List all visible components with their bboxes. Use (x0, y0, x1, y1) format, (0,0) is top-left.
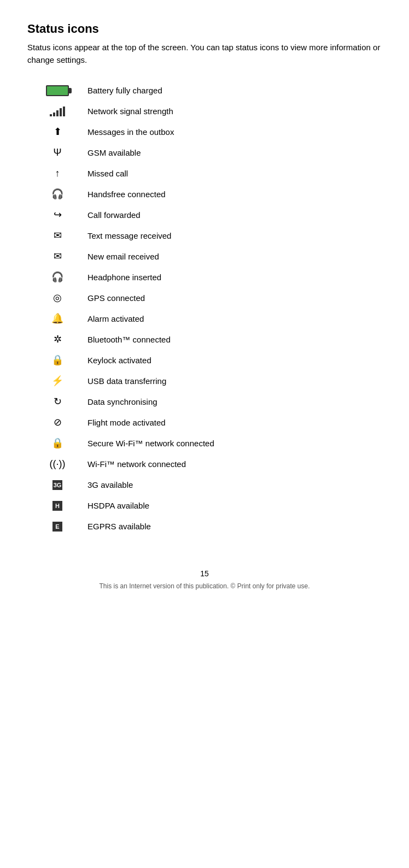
hsdpa-icon: H (52, 501, 62, 511)
page-title: Status icons (27, 22, 382, 36)
label-hsdpa: HSDPA available (87, 495, 382, 516)
icon-cell-alarm: 🔔 (27, 308, 87, 329)
label-handsfree: Handsfree connected (87, 184, 382, 204)
table-row: Battery fully charged (27, 80, 382, 101)
missed-call-icon: ↑ (55, 168, 60, 179)
table-row: ⊘Flight mode activated (27, 412, 382, 433)
flight-icon: ⊘ (54, 416, 62, 428)
label-sync: Data synchronising (87, 391, 382, 412)
outbox-icon: ⬆ (54, 126, 62, 138)
label-keylock: Keylock activated (87, 350, 382, 370)
table-row: ⬆Messages in the outbox (27, 121, 382, 142)
table-row: 3G3G available (27, 474, 382, 495)
table-row: 🔔Alarm activated (27, 308, 382, 329)
label-call-forward: Call forwarded (87, 204, 382, 225)
call-forward-icon: ↪ (54, 209, 62, 221)
table-row: ΨGSM available (27, 142, 382, 163)
label-wifi-secure: Secure Wi-Fi™ network connected (87, 433, 382, 453)
table-row: 🔒Keylock activated (27, 350, 382, 370)
icon-cell-hsdpa: H (27, 495, 87, 516)
table-row: ✉Text message received (27, 225, 382, 246)
page-footer: 15 This is an Internet version of this p… (27, 569, 382, 590)
gsm-icon: Ψ (53, 147, 61, 158)
icon-cell-gsm: Ψ (27, 142, 87, 163)
status-icons-table: Battery fully chargedNetwork signal stre… (27, 80, 382, 536)
label-signal: Network signal strength (87, 101, 382, 121)
table-row: ↻Data synchronising (27, 391, 382, 412)
icon-cell-keylock: 🔒 (27, 350, 87, 370)
table-row: EEGPRS available (27, 516, 382, 536)
label-gps: GPS connected (87, 287, 382, 308)
wifi-secure-icon: 🔒 (51, 437, 63, 449)
icon-cell-3g: 3G (27, 474, 87, 495)
table-row: ◎GPS connected (27, 287, 382, 308)
label-headphone: Headphone inserted (87, 267, 382, 287)
label-3g: 3G available (87, 474, 382, 495)
icon-cell-battery (27, 80, 87, 101)
table-row: ⚡USB data transferring (27, 370, 382, 391)
text-message-icon: ✉ (54, 229, 62, 241)
icon-cell-handsfree: 🎧 (27, 184, 87, 204)
label-text-message: Text message received (87, 225, 382, 246)
label-alarm: Alarm activated (87, 308, 382, 329)
icon-cell-flight: ⊘ (27, 412, 87, 433)
icon-cell-headphone: 🎧 (27, 267, 87, 287)
table-row: HHSDPA available (27, 495, 382, 516)
label-flight: Flight mode activated (87, 412, 382, 433)
usb-icon: ⚡ (51, 375, 63, 387)
icon-cell-signal (27, 101, 87, 121)
label-bluetooth: Bluetooth™ connected (87, 329, 382, 350)
table-row: ↑Missed call (27, 163, 382, 184)
label-wifi: Wi-Fi™ network connected (87, 453, 382, 474)
keylock-icon: 🔒 (51, 354, 63, 366)
label-outbox: Messages in the outbox (87, 121, 382, 142)
icon-cell-sync: ↻ (27, 391, 87, 412)
label-usb: USB data transferring (87, 370, 382, 391)
sync-icon: ↻ (54, 395, 62, 408)
icon-cell-egprs: E (27, 516, 87, 536)
signal-icon (50, 107, 65, 116)
label-battery: Battery fully charged (87, 80, 382, 101)
wifi-icon: ((·)) (50, 458, 66, 470)
label-missed-call: Missed call (87, 163, 382, 184)
headphone-icon: 🎧 (51, 271, 63, 283)
footer-copyright: This is an Internet version of this publ… (27, 582, 382, 590)
battery-icon (46, 85, 69, 96)
icon-cell-wifi-secure: 🔒 (27, 433, 87, 453)
icon-cell-bluetooth: ✲ (27, 329, 87, 350)
egprs-icon: E (52, 522, 62, 532)
handsfree-icon: 🎧 (51, 188, 63, 200)
table-row: 🔒Secure Wi-Fi™ network connected (27, 433, 382, 453)
icon-cell-email: ✉ (27, 246, 87, 267)
table-row: ↪Call forwarded (27, 204, 382, 225)
page-number: 15 (27, 569, 382, 578)
icon-cell-missed-call: ↑ (27, 163, 87, 184)
icon-cell-text-message: ✉ (27, 225, 87, 246)
intro-text: Status icons appear at the top of the sc… (27, 42, 382, 66)
email-icon: ✉ (54, 250, 62, 262)
gps-icon: ◎ (53, 292, 62, 304)
icon-cell-wifi: ((·)) (27, 453, 87, 474)
label-email: New email received (87, 246, 382, 267)
table-row: ✉New email received (27, 246, 382, 267)
label-gsm: GSM available (87, 142, 382, 163)
icon-cell-gps: ◎ (27, 287, 87, 308)
table-row: 🎧Headphone inserted (27, 267, 382, 287)
table-row: 🎧Handsfree connected (27, 184, 382, 204)
table-row: ((·))Wi-Fi™ network connected (27, 453, 382, 474)
icon-cell-call-forward: ↪ (27, 204, 87, 225)
alarm-icon: 🔔 (51, 312, 63, 324)
3g-icon: 3G (52, 480, 62, 490)
bluetooth-icon: ✲ (54, 333, 62, 345)
label-egprs: EGPRS available (87, 516, 382, 536)
table-row: ✲Bluetooth™ connected (27, 329, 382, 350)
table-row: Network signal strength (27, 101, 382, 121)
icon-cell-outbox: ⬆ (27, 121, 87, 142)
icon-cell-usb: ⚡ (27, 370, 87, 391)
